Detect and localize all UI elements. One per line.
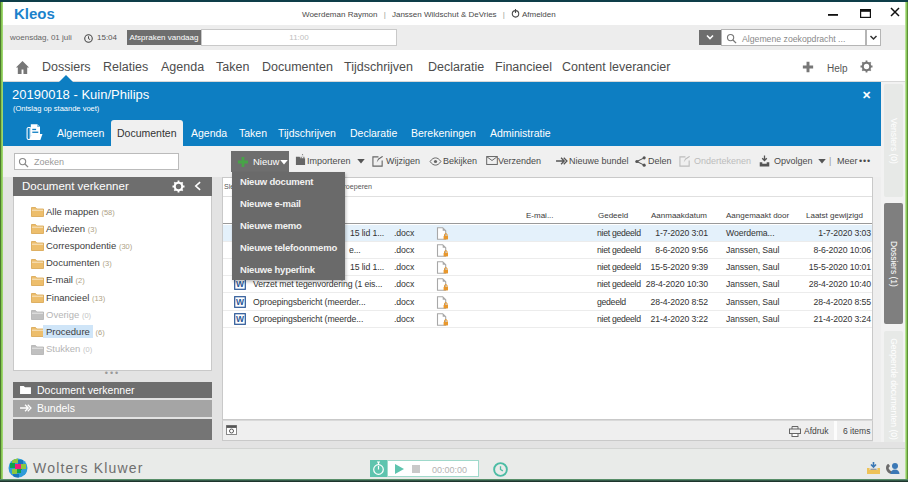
- svg-text:W: W: [236, 297, 245, 307]
- svg-text:W: W: [236, 279, 245, 289]
- svg-text:W: W: [236, 314, 245, 324]
